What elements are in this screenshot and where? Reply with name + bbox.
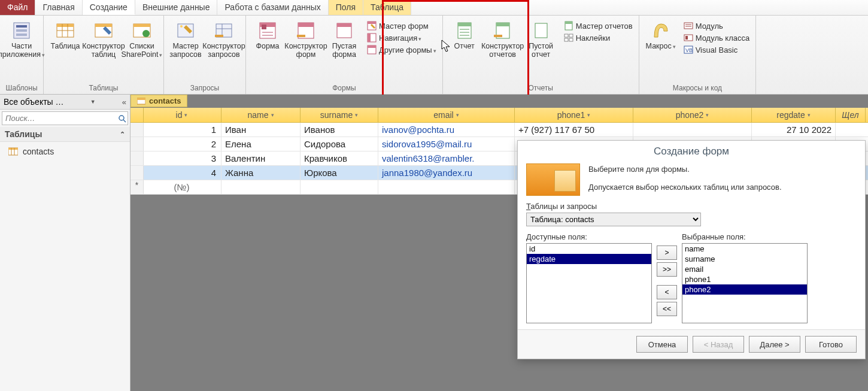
col-header-phone1[interactable]: phone1▾ <box>515 108 633 122</box>
cell-id[interactable]: 3 <box>144 151 221 165</box>
cell-surname[interactable]: Кравчиков <box>301 151 378 165</box>
tab-fields[interactable]: Поля <box>329 0 363 15</box>
nav-item-contacts[interactable]: contacts <box>0 142 130 161</box>
module-button[interactable]: Модуль <box>681 20 752 31</box>
tab-db-tools[interactable]: Работа с базами данных <box>217 0 328 15</box>
query-design-button[interactable]: Конструкторзапросов <box>206 18 242 59</box>
nav-header-title[interactable]: Все объекты … <box>4 97 64 107</box>
selected-field-item[interactable]: email <box>682 264 807 274</box>
cell-id[interactable]: 4 <box>144 166 221 180</box>
document-tab-contacts[interactable]: contacts <box>130 95 187 107</box>
app-parts-button[interactable]: Частиприложения <box>4 18 40 59</box>
col-header-surname[interactable]: surname▾ <box>301 108 378 122</box>
wizard-finish-button[interactable]: Готово <box>805 336 857 353</box>
wizard-image <box>526 163 580 196</box>
tab-file[interactable]: Файл <box>0 0 35 15</box>
report-design-button[interactable]: Конструкторотчетов <box>485 18 521 59</box>
move-all-left-button[interactable]: << <box>657 302 677 316</box>
table-design-button[interactable]: Конструктортаблиц <box>86 18 122 59</box>
col-header-phone2[interactable]: phone2▾ <box>633 108 752 122</box>
row-selector[interactable] <box>130 166 144 180</box>
form-wizard-button[interactable]: Мастер форм <box>365 20 439 31</box>
svg-rect-50 <box>564 34 568 37</box>
wizard-next-button[interactable]: Далее > <box>749 336 800 353</box>
cell-email[interactable]: valentin6318@rambler. <box>378 151 515 165</box>
form-design-button[interactable]: Конструкторформ <box>288 18 324 59</box>
nav-section-tables[interactable]: Таблицы ⌃ <box>0 127 130 142</box>
cell-name[interactable]: Елена <box>221 137 301 151</box>
wizard-table-combo[interactable]: Таблица: contacts <box>526 213 701 226</box>
query-wizard-button[interactable]: Мастерзапросов <box>168 18 204 59</box>
labels-label: Наклейки <box>576 34 610 43</box>
report-wizard-button[interactable]: Мастер отчетов <box>562 20 635 31</box>
col-header-regdate[interactable]: regdate▾ <box>752 108 836 122</box>
labels-button[interactable]: Наклейки <box>562 32 635 43</box>
visual-basic-button[interactable]: VB Visual Basic <box>681 44 752 55</box>
cell-name[interactable]: Иван <box>221 123 301 137</box>
selected-field-item[interactable]: phone2 <box>682 284 807 295</box>
col-header-add[interactable]: Щел <box>836 108 866 122</box>
cell-name[interactable]: Валентин <box>221 151 301 165</box>
table-design-icon <box>93 20 114 41</box>
cell-regdate[interactable]: 27 10 2022 <box>752 123 836 137</box>
cell-id[interactable]: 2 <box>144 137 221 151</box>
row-selector[interactable] <box>130 137 144 151</box>
nav-search-input[interactable] <box>2 112 117 125</box>
table-row[interactable]: 1ИванИвановivanov@pochta.ru+7 (927) 117 … <box>130 123 868 137</box>
cell-email[interactable]: janna1980@yandex.ru <box>378 166 515 180</box>
blank-report-button[interactable]: Пустойотчет <box>523 18 559 59</box>
wizard-selected-list[interactable]: namesurnameemailphone1phone2 <box>682 243 808 323</box>
available-field-item[interactable]: id <box>527 244 651 254</box>
nav-collapse-button[interactable]: « <box>122 98 126 107</box>
cell-email[interactable]: sidorova1995@mail.ru <box>378 137 515 151</box>
tab-external-data[interactable]: Внешние данные <box>135 0 218 15</box>
move-left-button[interactable]: < <box>657 285 677 299</box>
cell-name[interactable]: Жанна <box>221 166 301 180</box>
move-right-button[interactable]: > <box>657 245 677 260</box>
more-forms-button[interactable]: Другие формы <box>365 44 439 55</box>
sharepoint-lists-button[interactable]: СпискиSharePoint <box>124 18 160 59</box>
cell-surname[interactable]: Иванов <box>301 123 378 137</box>
wizard-cancel-button[interactable]: Отмена <box>636 336 688 353</box>
macro-button[interactable]: Макрос <box>643 18 679 50</box>
row-selector[interactable] <box>130 151 144 165</box>
search-icon[interactable] <box>117 113 128 124</box>
selected-field-item[interactable]: name <box>682 244 807 254</box>
move-all-right-button[interactable]: >> <box>657 262 677 277</box>
cell-phone2[interactable] <box>633 123 752 137</box>
cell-id[interactable]: 1 <box>144 123 221 137</box>
row-selector-new[interactable]: * <box>130 180 144 194</box>
cell-id-new[interactable]: (№) <box>144 180 221 194</box>
vb-icon: VB <box>684 45 693 54</box>
svg-point-14 <box>142 30 150 37</box>
tab-table[interactable]: Таблица <box>363 0 411 15</box>
table-button[interactable]: Таблица <box>47 18 83 50</box>
row-selector[interactable] <box>130 123 144 137</box>
selected-field-item[interactable]: phone1 <box>682 274 807 284</box>
form-button[interactable]: Форма <box>250 18 286 50</box>
selected-field-item[interactable]: surname <box>682 254 807 264</box>
cell-surname[interactable]: Юркова <box>301 166 378 180</box>
available-field-item[interactable]: regdate <box>527 254 651 264</box>
ribbon-group-forms: Форма Конструкторформ Пустаяформа Мастер… <box>246 16 443 94</box>
tab-home[interactable]: Главная <box>35 0 82 15</box>
tab-create[interactable]: Создание <box>83 0 135 15</box>
class-module-button[interactable]: Модуль класса <box>681 32 752 43</box>
svg-rect-68 <box>137 98 145 100</box>
wizard-back-button[interactable]: < Назад <box>693 336 744 353</box>
cell-email[interactable]: ivanov@pochta.ru <box>378 123 515 137</box>
report-button[interactable]: Отчет <box>447 18 482 50</box>
col-header-name[interactable]: name▾ <box>221 108 301 122</box>
report-wizard-icon <box>564 21 573 31</box>
svg-text:VB: VB <box>685 47 693 53</box>
query-design-icon <box>214 20 234 41</box>
blank-form-button[interactable]: Пустаяформа <box>326 18 362 59</box>
cell-surname[interactable]: Сидорова <box>301 137 378 151</box>
labels-icon <box>564 33 573 43</box>
col-header-id[interactable]: id▾ <box>144 108 221 122</box>
col-header-email[interactable]: email▾ <box>378 108 515 122</box>
navigation-button[interactable]: Навигация <box>365 32 439 43</box>
select-all-cell[interactable] <box>130 108 144 122</box>
wizard-available-list[interactable]: idregdate <box>526 243 652 323</box>
cell-phone1[interactable]: +7 (927) 117 67 50 <box>515 123 633 137</box>
